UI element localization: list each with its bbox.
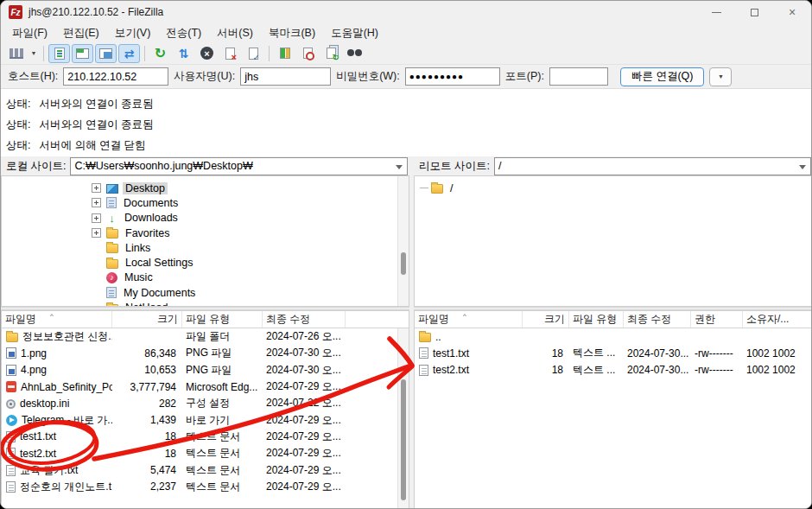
log-message: 서버와의 연결이 종료됨 [39,98,153,110]
file-row-4png[interactable]: 4.png10,653PNG 파일2024-07-30 오... [2,362,409,379]
toggle-log-button[interactable] [48,44,70,63]
window-title: jhs@210.122.10.52 - FileZilla [29,6,163,18]
column-header-modified[interactable]: 최종 수정 [624,311,691,328]
quickconnect-button[interactable]: 빠른 연결(Q) [620,67,705,86]
file-type: Microsoft Edg... [182,381,263,393]
close-button[interactable]: × [773,1,811,23]
column-label: 최종 수정 [627,312,671,327]
file-row-ahnlab[interactable]: AhnLab_Sefinity_Po...3,777,794Microsoft … [2,379,409,395]
tree-item-label: My Documents [121,287,198,299]
column-header-filetype[interactable]: 파일 유형 [569,311,624,328]
tree-item-label: / [447,182,455,194]
menu-bookmarks[interactable]: 북마크(B) [261,24,323,42]
menu-transfer[interactable]: 전송(T) [158,24,209,42]
toggle-remote-tree-button[interactable] [95,44,117,63]
text-file-icon [6,481,16,493]
local-site-combobox[interactable]: C:₩Users₩soonho.jung₩Desktop₩ [70,157,408,175]
file-modified: 2024-07-29 오... [263,429,346,444]
menu-file[interactable]: 파일(F) [4,24,55,42]
folder-icon [106,229,118,239]
image-file-icon [6,365,16,376]
text-file-icon [419,365,428,376]
column-header-filetype[interactable]: 파일 유형 [182,311,263,328]
file-modified: 2024-07-29 오... [263,446,346,461]
maximize-button[interactable] [735,1,773,23]
log-line: 상태:서버와의 연결이 종료됨 [6,114,811,135]
quickconnect-dropdown-button[interactable]: ▼ [709,67,732,86]
menu-view[interactable]: 보기(V) [107,24,159,42]
file-row-test1[interactable]: test1.txt18텍스트 문서2024-07-29 오... [2,429,409,445]
toolbar: ▼ ⇄ ↻ ⇅ [1,42,811,65]
tree-item-desktop[interactable]: Desktop [2,181,409,195]
file-row-folder[interactable]: 정보보호관련 신청...파일 폴더2024-07-26 오... [2,328,409,345]
log-status-label: 상태: [6,118,30,130]
column-header-filename[interactable]: 파일명^ [415,311,523,328]
sort-ascending-icon: ^ [50,312,54,320]
file-modified: 2024-07-26 오... [263,329,346,344]
remote-site-combobox[interactable]: / [494,157,811,175]
file-type: 구성 설정 [182,396,263,410]
expand-icon[interactable] [92,183,101,193]
folder-icon [106,304,118,307]
tree-item-music[interactable]: Music [2,270,409,285]
synchronized-browsing-button[interactable] [320,44,342,63]
reconnect-button[interactable] [243,44,264,63]
local-list-scrollbar[interactable] [397,328,409,509]
file-size: 2,237 [112,480,182,493]
process-queue-button[interactable]: ⇅ [173,44,194,63]
menu-edit[interactable]: 편집(E) [55,24,107,42]
toggle-local-tree-button[interactable] [72,44,93,63]
cancel-button[interactable] [196,44,218,63]
username-input[interactable] [240,67,331,86]
file-row-test2-remote[interactable]: test2.txt18텍스트 ...2024-07-30...-rw------… [415,362,812,379]
file-row-telegram[interactable]: Telegram - 바로 가...1,439바로 가기2024-07-29 오… [2,411,409,428]
tree-item-my-documents[interactable]: My Documents [2,285,409,300]
port-input[interactable] [549,67,608,86]
host-input[interactable] [63,67,168,86]
password-input[interactable]: ●●●●●●●●● [405,67,500,86]
local-tree-scrollbar[interactable] [397,176,409,306]
scrollbar-thumb[interactable] [401,252,406,275]
directory-comparison-icon [280,48,290,59]
column-header-owner[interactable]: 소유자/... [743,311,812,328]
menu-help[interactable]: 도움말(H) [323,24,386,42]
tree-item-root[interactable]: / [415,181,812,195]
column-header-filename[interactable]: 파일명^ [2,311,112,328]
menu-server[interactable]: 서버(S) [209,24,261,42]
reconnect-icon [249,48,258,60]
log-line: 상태:서버와의 연결이 종료됨 [6,93,811,114]
toggle-queue-button[interactable]: ⇄ [118,44,140,63]
refresh-button[interactable]: ↻ [149,44,171,63]
expand-icon[interactable] [92,213,101,223]
tree-item-local-settings[interactable]: Local Settings [2,255,409,270]
disconnect-button[interactable] [219,44,241,63]
file-row-parent-dir[interactable]: .. [415,328,812,345]
tree-item-downloads[interactable]: Downloads [2,211,409,226]
find-files-button[interactable] [344,44,365,63]
column-header-modified[interactable]: 최종 수정 [263,311,346,328]
file-row-1png[interactable]: 1.png86,348PNG 파일2024-07-30 오... [2,345,409,361]
file-row-test1-remote[interactable]: test1.txt18텍스트 ...2024-07-30...-rw------… [415,345,812,361]
file-row-lecture-notes[interactable]: 교육 필기.txt5,474텍스트 문서2024-07-29 오... [2,461,409,478]
filename-filters-button[interactable] [297,44,319,63]
scrollbar-thumb[interactable] [401,379,406,500]
tree-item-documents[interactable]: Documents [2,195,409,210]
site-manager-button[interactable] [5,44,27,63]
site-manager-dropdown-button[interactable]: ▼ [28,44,40,63]
tree-item-nethood[interactable]: NetHood [2,300,409,307]
expand-icon[interactable] [92,228,101,238]
downloads-icon [106,213,117,224]
column-header-size[interactable]: 크기 [523,311,569,328]
column-header-size[interactable]: 크기 [112,311,182,328]
tree-item-links[interactable]: Links [2,240,409,255]
directory-comparison-button[interactable] [274,44,295,63]
file-row-test2[interactable]: test2.txt18텍스트 문서2024-07-29 오... [2,445,409,461]
column-header-permissions[interactable]: 권한 [691,311,743,328]
remote-tree-icon [99,48,112,59]
tree-item-favorites[interactable]: Favorites [2,226,409,240]
file-row-personal-note[interactable]: 정순호의 개인노트.t...2,237텍스트 문서2024-07-29 오... [2,479,409,495]
file-row-desktopini[interactable]: desktop.ini282구성 설정2024-07-22 오... [2,395,409,411]
expand-icon[interactable] [92,198,101,207]
minimize-button[interactable] [697,1,735,23]
column-label: 크기 [157,312,178,327]
